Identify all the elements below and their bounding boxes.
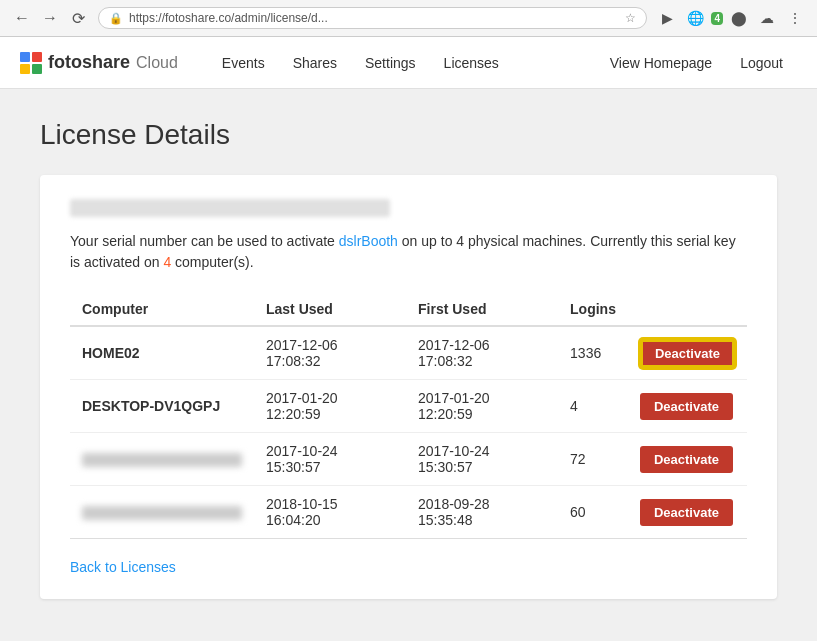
table-row: 2017-10-24 15:30:572017-10-24 15:30:5772…	[70, 433, 747, 486]
info-text-3: computer(s).	[171, 254, 253, 270]
col-computer: Computer	[70, 293, 254, 326]
logins-count: 72	[558, 433, 628, 486]
table-row: DESKTOP-DV1QGPJ2017-01-20 12:20:592017-0…	[70, 380, 747, 433]
bookmark-icon[interactable]: ☆	[625, 11, 636, 25]
address-text: https://fotoshare.co/admin/license/d...	[129, 11, 619, 25]
back-to-licenses-link[interactable]: Back to Licenses	[70, 559, 176, 575]
logins-count: 4	[558, 380, 628, 433]
deactivate-button[interactable]: Deactivate	[640, 339, 735, 368]
logo-icon	[20, 52, 42, 74]
deactivate-button[interactable]: Deactivate	[640, 499, 733, 526]
logo: fotoshare Cloud	[20, 52, 178, 74]
forward-button[interactable]: →	[38, 6, 62, 30]
browser-actions: ▶ 🌐 4 ⬤ ☁ ⋮	[655, 6, 807, 30]
address-bar[interactable]: 🔒 https://fotoshare.co/admin/license/d..…	[98, 7, 647, 29]
extension-badge: 4	[711, 12, 723, 25]
computer-name-text: DESKTOP-DV1QGPJ	[82, 398, 220, 414]
deactivate-cell: Deactivate	[628, 433, 747, 486]
nav-item-settings[interactable]: Settings	[351, 37, 430, 89]
extension-translate[interactable]: 🌐	[683, 6, 707, 30]
logo-brand: fotoshare	[48, 52, 130, 73]
col-action	[628, 293, 747, 326]
main-content: License Details Your serial number can b…	[0, 89, 817, 641]
back-button[interactable]: ←	[10, 6, 34, 30]
logins-count: 1336	[558, 326, 628, 380]
nav-item-events[interactable]: Events	[208, 37, 279, 89]
nav-links: Events Shares Settings Licenses	[208, 37, 596, 89]
deactivate-button[interactable]: Deactivate	[640, 446, 733, 473]
last-used: 2017-01-20 12:20:59	[254, 380, 406, 433]
browser-chrome: ← → ⟳ 🔒 https://fotoshare.co/admin/licen…	[0, 0, 817, 37]
logo-cloud: Cloud	[136, 54, 178, 72]
deactivate-cell: Deactivate	[628, 326, 747, 380]
extension-green[interactable]: ⬤	[727, 6, 751, 30]
computer-name: HOME02	[70, 326, 254, 380]
col-last-used: Last Used	[254, 293, 406, 326]
computer-name	[70, 433, 254, 486]
table-header: Computer Last Used First Used Logins	[70, 293, 747, 326]
reload-button[interactable]: ⟳	[66, 6, 90, 30]
logins-count: 60	[558, 486, 628, 539]
browser-more[interactable]: ⋮	[783, 6, 807, 30]
col-logins: Logins	[558, 293, 628, 326]
table-row: HOME022017-12-06 17:08:322017-12-06 17:0…	[70, 326, 747, 380]
computer-name-text: HOME02	[82, 345, 140, 361]
info-text: Your serial number can be used to activa…	[70, 231, 747, 273]
first-used: 2018-09-28 15:35:48	[406, 486, 558, 539]
last-used: 2017-12-06 17:08:32	[254, 326, 406, 380]
nav-item-licenses[interactable]: Licenses	[430, 37, 513, 89]
screenshot-icon[interactable]: ▶	[655, 6, 679, 30]
deactivate-button[interactable]: Deactivate	[640, 393, 733, 420]
extension-cloud[interactable]: ☁	[755, 6, 779, 30]
info-text-1: Your serial number can be used to activa…	[70, 233, 339, 249]
browser-nav-buttons: ← → ⟳	[10, 6, 90, 30]
deactivate-cell: Deactivate	[628, 486, 747, 539]
computer-name: DESKTOP-DV1QGPJ	[70, 380, 254, 433]
blurred-computer-name	[82, 453, 242, 467]
blurred-computer-name	[82, 506, 242, 520]
first-used: 2017-01-20 12:20:59	[406, 380, 558, 433]
nav-right: View Homepage Logout	[596, 37, 797, 89]
computer-name	[70, 486, 254, 539]
last-used: 2017-10-24 15:30:57	[254, 433, 406, 486]
dslrbooth-link[interactable]: dslrBooth	[339, 233, 398, 249]
col-first-used: First Used	[406, 293, 558, 326]
nav-item-shares[interactable]: Shares	[279, 37, 351, 89]
serial-number	[70, 199, 390, 217]
last-used: 2018-10-15 16:04:20	[254, 486, 406, 539]
nav-view-homepage[interactable]: View Homepage	[596, 37, 726, 89]
first-used: 2017-12-06 17:08:32	[406, 326, 558, 380]
table-body: HOME022017-12-06 17:08:322017-12-06 17:0…	[70, 326, 747, 539]
page-title: License Details	[40, 119, 777, 151]
lock-icon: 🔒	[109, 12, 123, 25]
first-used: 2017-10-24 15:30:57	[406, 433, 558, 486]
nav-logout[interactable]: Logout	[726, 37, 797, 89]
deactivate-cell: Deactivate	[628, 380, 747, 433]
license-card: Your serial number can be used to activa…	[40, 175, 777, 599]
table-row: 2018-10-15 16:04:202018-09-28 15:35:4860…	[70, 486, 747, 539]
computers-table: Computer Last Used First Used Logins HOM…	[70, 293, 747, 539]
navbar: fotoshare Cloud Events Shares Settings L…	[0, 37, 817, 89]
